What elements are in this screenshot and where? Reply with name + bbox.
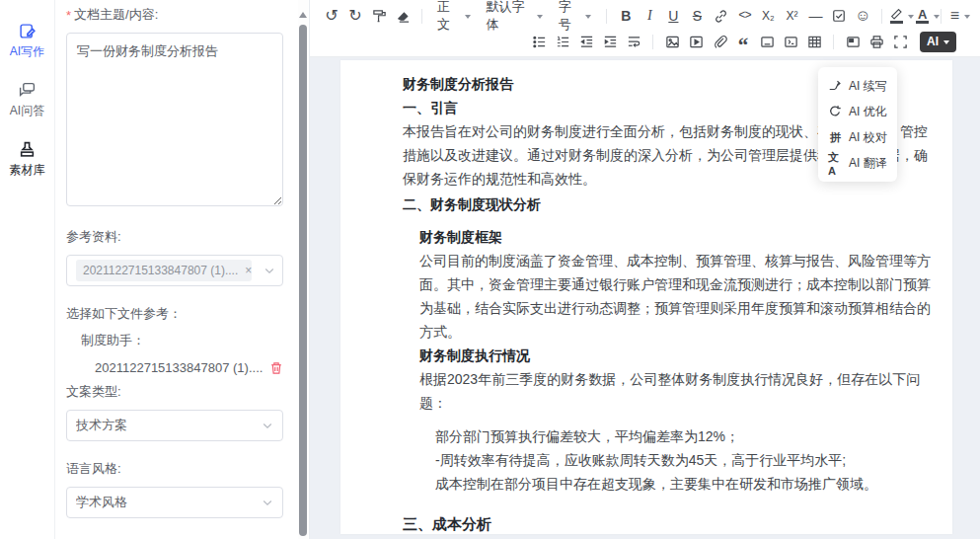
delete-file-icon[interactable] bbox=[269, 361, 283, 375]
menu-item-ai-optimize[interactable]: AI 优化 bbox=[818, 99, 897, 124]
inline-code-button[interactable]: <> bbox=[732, 5, 756, 27]
doc-paragraph: 根据2023年前三季度的财务数据，公司整体财务制度执行情况良好，但存在以下问题： bbox=[403, 367, 941, 415]
menu-item-label: AI 优化 bbox=[849, 104, 887, 120]
caret-down-icon bbox=[934, 15, 940, 22]
ai-qa-icon bbox=[19, 81, 37, 99]
print-button[interactable] bbox=[865, 31, 888, 52]
ai-optimize-icon bbox=[828, 105, 842, 118]
highlight-pen-icon bbox=[890, 9, 903, 24]
doc-type-select[interactable]: 技术方案 bbox=[66, 410, 283, 441]
indent-button[interactable] bbox=[598, 31, 622, 52]
language-style-label: 语言风格: bbox=[66, 460, 283, 478]
language-style-select[interactable]: 学术风格 bbox=[66, 487, 283, 518]
subscript-button[interactable]: X₂ bbox=[756, 5, 780, 27]
toolbar-row-1: ↺ ↻ 正文 默认字体 bbox=[320, 3, 974, 29]
bullet-list-button[interactable] bbox=[527, 31, 551, 52]
font-family-dropdown[interactable]: 默认字体 bbox=[479, 5, 551, 27]
menu-item-ai-translate[interactable]: 文A AI 翻译 bbox=[818, 150, 897, 176]
menu-item-label: AI 翻译 bbox=[849, 155, 887, 172]
doc-list: 部分部门预算执行偏差较大，平均偏差率为12%； -周转效率有待提高，应收账款周转… bbox=[403, 424, 941, 496]
doc-subheading: 财务制度执行情况 bbox=[403, 344, 941, 367]
emoji-button[interactable]: ☺ bbox=[851, 5, 874, 27]
tag-remove-icon[interactable]: × bbox=[245, 264, 252, 277]
fullscreen-button[interactable] bbox=[888, 31, 912, 52]
file-name: 2021122715133847807 (1).... bbox=[95, 360, 264, 375]
doc-heading-2: 二、财务制度现状分析 bbox=[403, 192, 941, 216]
link-button[interactable] bbox=[709, 5, 732, 27]
code-block-button[interactable] bbox=[779, 31, 802, 52]
sidebar-item-ai-qa[interactable]: AI问答 bbox=[10, 81, 44, 119]
file-row: 2021122715133847807 (1).... bbox=[66, 360, 283, 375]
sidebar-item-label: AI写作 bbox=[10, 43, 44, 60]
format-painter-button[interactable] bbox=[367, 5, 391, 27]
reference-tag: 2021122715133847807 (1).... × bbox=[76, 260, 252, 281]
ordered-list-button[interactable] bbox=[551, 31, 574, 52]
ai-dropdown-button[interactable]: AI bbox=[920, 32, 956, 52]
clear-format-button[interactable] bbox=[391, 5, 415, 27]
scrollbar-thumb[interactable] bbox=[299, 25, 307, 536]
ai-writing-icon bbox=[19, 22, 37, 39]
ai-proofread-icon: 拼 bbox=[828, 130, 842, 145]
font-color-icon: A bbox=[916, 9, 929, 24]
font-size-dropdown[interactable]: 字号 bbox=[551, 5, 600, 27]
doc-subheading: 财务制度框架 bbox=[403, 225, 941, 249]
required-mark: * bbox=[66, 8, 71, 23]
menu-item-ai-continue[interactable]: AI 续写 bbox=[818, 73, 897, 99]
insert-table-button[interactable] bbox=[802, 31, 826, 52]
app-window: AI写作 AI问答 素材库 * 文档主题/内容: bbox=[0, 0, 980, 539]
sidebar-item-label: 素材库 bbox=[10, 162, 45, 179]
reference-select[interactable]: 2021122715133847807 (1).... × bbox=[66, 255, 283, 286]
reference-label: 参考资料: bbox=[66, 228, 283, 246]
chevron-down-icon bbox=[264, 265, 275, 276]
topic-label: * 文档主题/内容: bbox=[66, 6, 283, 24]
blockquote-button[interactable]: “ bbox=[731, 31, 755, 52]
writing-form-panel: * 文档主题/内容: 写一份财务制度分析报告 参考资料: 20211227151… bbox=[55, 0, 310, 539]
caret-down-icon bbox=[537, 15, 543, 22]
scrollbar-up-arrow[interactable] bbox=[299, 8, 307, 18]
caret-down-icon bbox=[964, 15, 970, 22]
attachment-button[interactable] bbox=[708, 31, 731, 52]
page-setup-button[interactable] bbox=[841, 31, 865, 52]
text-wrap-button[interactable] bbox=[622, 31, 645, 52]
font-color-dropdown[interactable]: A bbox=[915, 5, 941, 27]
toolbar-row-2: “ bbox=[320, 29, 974, 54]
menu-item-ai-proofread[interactable]: 拼 AI 校对 bbox=[818, 124, 897, 150]
caret-down-icon bbox=[465, 15, 471, 22]
ai-dropdown-menu: AI 续写 AI 优化 拼 AI 校对 文A AI 翻译 bbox=[818, 67, 897, 182]
paragraph-style-dropdown[interactable]: 正文 bbox=[429, 5, 479, 27]
caret-down-icon bbox=[585, 15, 591, 22]
panel-scrollbar[interactable] bbox=[298, 0, 308, 539]
doc-list-item: 部分部门预算执行偏差较大，平均偏差率为12%； bbox=[403, 424, 941, 448]
task-list-button[interactable] bbox=[827, 5, 851, 27]
insert-image-button[interactable] bbox=[660, 31, 684, 52]
outdent-button[interactable] bbox=[574, 31, 598, 52]
undo-button[interactable]: ↺ bbox=[320, 5, 343, 27]
divider-block-button[interactable] bbox=[755, 31, 779, 52]
doc-heading-3: 三、成本分析 bbox=[403, 512, 941, 536]
insert-video-button[interactable] bbox=[684, 31, 708, 52]
sidebar-item-material-library[interactable]: 素材库 bbox=[10, 140, 45, 179]
ai-continue-icon bbox=[828, 79, 842, 93]
align-dropdown[interactable]: ≡ bbox=[948, 5, 972, 27]
file-group-label: 制度助手： bbox=[66, 332, 283, 349]
sidebar-item-ai-writing[interactable]: AI写作 bbox=[10, 22, 44, 60]
file-reference-group: 制度助手： 2021122715133847807 (1).... bbox=[66, 332, 283, 375]
horizontal-rule-button[interactable]: — bbox=[803, 5, 827, 27]
topic-textarea[interactable]: 写一份财务制度分析报告 bbox=[66, 33, 283, 206]
superscript-button[interactable]: X² bbox=[780, 5, 803, 27]
menu-item-label: AI 续写 bbox=[849, 78, 887, 95]
doc-type-label: 文案类型: bbox=[66, 383, 283, 401]
highlight-color-dropdown[interactable] bbox=[889, 5, 915, 27]
doc-list-item: 成本控制在部分项目中存在超支现象，主要集中在研发和市场推广领域。 bbox=[403, 472, 941, 496]
menu-item-label: AI 校对 bbox=[849, 129, 887, 146]
bold-button[interactable]: B bbox=[614, 5, 638, 27]
file-section-label: 选择如下文件参考： bbox=[66, 305, 283, 323]
italic-button[interactable]: I bbox=[638, 5, 661, 27]
doc-paragraph: 公司目前的制度涵盖了资金管理、成本控制、预算管理、核算与报告、风险管理等方面。其… bbox=[403, 249, 941, 344]
chevron-down-icon bbox=[262, 420, 273, 431]
sidebar-item-label: AI问答 bbox=[10, 103, 44, 119]
strikethrough-button[interactable]: S bbox=[685, 5, 709, 27]
redo-button[interactable]: ↻ bbox=[343, 5, 367, 27]
underline-button[interactable]: U bbox=[661, 5, 685, 27]
caret-down-icon bbox=[908, 15, 914, 22]
